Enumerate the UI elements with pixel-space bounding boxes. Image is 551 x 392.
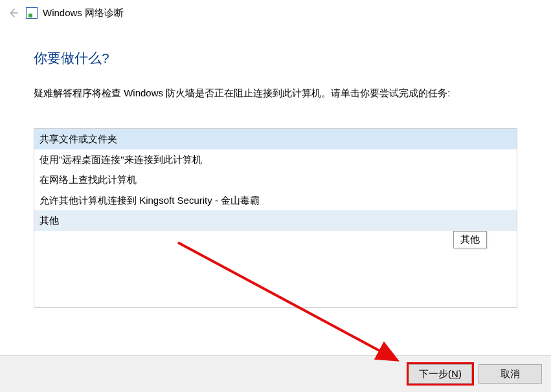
description-text: 疑难解答程序将检查 Windows 防火墙是否正在阻止连接到此计算机。请单击你要… [34, 85, 517, 101]
content-area: 你要做什么? 疑难解答程序将检查 Windows 防火墙是否正在阻止连接到此计算… [0, 23, 551, 308]
window-title: Windows 网络诊断 [43, 7, 124, 19]
window-header: Windows 网络诊断 [0, 0, 551, 23]
option-find-on-network[interactable]: 在网络上查找此计算机 [34, 169, 517, 190]
next-button-label: 下一步( [419, 368, 451, 379]
cancel-button[interactable]: 取消 [478, 364, 542, 384]
page-heading: 你要做什么? [34, 49, 517, 67]
tooltip-other: 其他 [453, 231, 487, 248]
network-diagnostics-icon [26, 7, 38, 19]
next-button[interactable]: 下一步(N) [409, 364, 472, 384]
footer-bar: 下一步(N) 取消 [0, 355, 551, 392]
option-kingsoft-security[interactable]: 允许其他计算机连接到 Kingsoft Security - 金山毒霸 [34, 190, 517, 211]
options-listbox[interactable]: 共享文件或文件夹 使用"远程桌面连接"来连接到此计算机 在网络上查找此计算机 允… [34, 128, 517, 308]
back-arrow-icon [5, 5, 21, 21]
next-button-mnemonic: N [451, 368, 458, 379]
option-other[interactable]: 其他 [34, 210, 517, 231]
option-remote-desktop[interactable]: 使用"远程桌面连接"来连接到此计算机 [34, 149, 517, 170]
option-share-files[interactable]: 共享文件或文件夹 [34, 129, 517, 149]
next-button-label-tail: ) [458, 368, 462, 379]
